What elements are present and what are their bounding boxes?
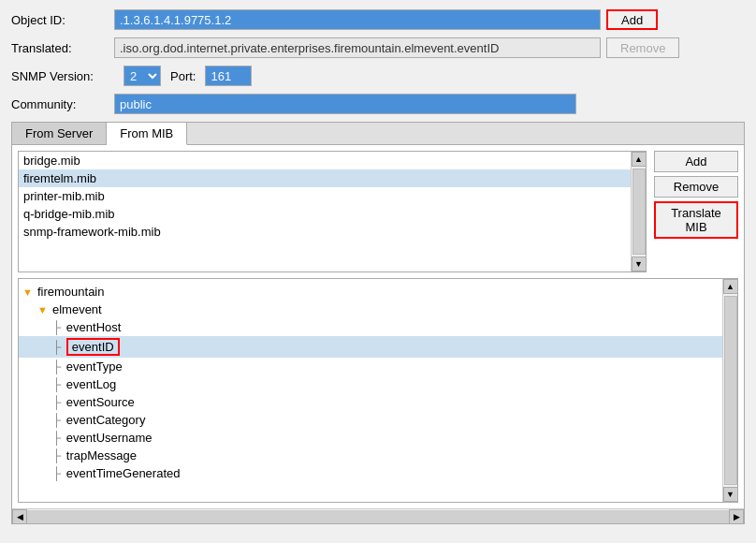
tree-item[interactable]: ├ eventCategory [19, 411, 722, 429]
tree-item[interactable]: ├ eventHost [19, 318, 722, 336]
translate-mib-button[interactable]: Translate MIB [654, 201, 738, 239]
tree-panel: ▼ firemountain▼ elmevent├ eventHost├ eve… [18, 278, 738, 503]
tree-item[interactable]: ▼ firemountain [19, 283, 722, 301]
tree-scroll-up[interactable]: ▲ [723, 279, 738, 294]
tabs-header: From Server From MIB [12, 123, 744, 145]
remove-object-button[interactable]: Remove [606, 37, 679, 58]
port-label: Port: [170, 69, 196, 83]
community-label: Community: [11, 97, 114, 111]
tree-item[interactable]: ├ trapMessage [19, 447, 722, 464]
mib-add-button[interactable]: Add [654, 151, 738, 172]
port-input[interactable] [205, 66, 252, 86]
tab-from-mib[interactable]: From MIB [107, 123, 187, 145]
scroll-down-arrow[interactable]: ▼ [632, 257, 647, 272]
mib-list-container: bridge.mibfiremtelm.mibprinter-mib.mibq-… [18, 151, 647, 272]
tab-from-server[interactable]: From Server [12, 123, 107, 144]
mib-panel: bridge.mibfiremtelm.mibprinter-mib.mibq-… [12, 145, 744, 278]
tree-item[interactable]: ├ eventLog [19, 375, 722, 393]
translated-label: Translated: [11, 41, 114, 55]
scroll-up-arrow[interactable]: ▲ [632, 152, 647, 167]
mib-remove-button[interactable]: Remove [654, 176, 738, 198]
mib-buttons: Add Remove Translate MIB [654, 151, 738, 272]
tree-item[interactable]: ├ eventTimeGenerated [19, 464, 722, 482]
list-item[interactable]: firemtelm.mib [19, 169, 631, 187]
tree-item[interactable]: ▼ elmevent [19, 301, 722, 318]
snmp-version-select[interactable]: 2 1 3 [124, 66, 161, 86]
list-item[interactable]: q-bridge-mib.mib [19, 205, 631, 223]
mib-list-scrollbar[interactable]: ▲ ▼ [631, 152, 646, 272]
scroll-thumb [632, 169, 646, 255]
tree-scroll-thumb [724, 296, 737, 485]
snmp-version-label: SNMP Version: [11, 69, 114, 83]
tree-item[interactable]: ├ eventSource [19, 393, 722, 411]
object-id-label: Object ID: [11, 13, 114, 27]
tree-content: ▼ firemountain▼ elmevent├ eventHost├ eve… [19, 279, 722, 502]
list-item[interactable]: printer-mib.mib [19, 187, 631, 205]
tree-item[interactable]: ├ eventUsername [19, 429, 722, 447]
tree-item[interactable]: ├ eventID [19, 336, 722, 358]
list-item[interactable]: bridge.mib [19, 152, 631, 169]
tree-item[interactable]: ├ eventType [19, 358, 722, 375]
translated-input[interactable] [114, 37, 601, 58]
tree-scrollbar-v[interactable]: ▲ ▼ [722, 279, 737, 502]
mib-list: bridge.mibfiremtelm.mibprinter-mib.mibq-… [19, 152, 631, 272]
scroll-left-arrow[interactable]: ◀ [12, 509, 27, 524]
community-input[interactable] [114, 94, 576, 114]
scroll-h-thumb [27, 510, 729, 523]
horizontal-scrollbar[interactable]: ◀ ▶ [12, 508, 744, 523]
tree-scroll-down[interactable]: ▼ [723, 487, 738, 502]
list-item[interactable]: snmp-framework-mib.mib [19, 223, 631, 241]
add-object-button[interactable]: Add [606, 9, 658, 30]
scroll-right-arrow[interactable]: ▶ [729, 509, 744, 524]
object-id-input[interactable] [114, 9, 601, 30]
